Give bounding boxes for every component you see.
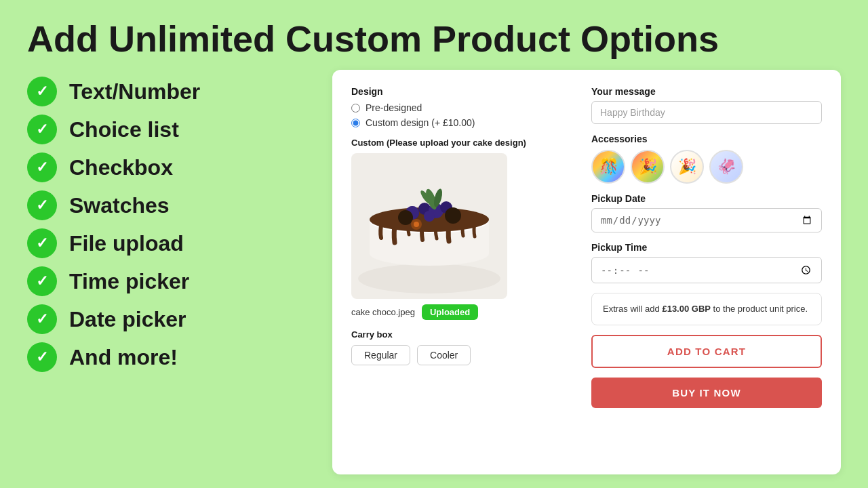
design-radio-group: Pre-designed Custom design (+ £10.00)	[351, 102, 570, 128]
check-icon-date-picker	[27, 304, 57, 334]
feature-label-time-picker: Time picker	[69, 269, 189, 294]
pickup-time-input[interactable]	[591, 257, 822, 283]
uploaded-badge: Uploaded	[422, 304, 478, 320]
file-info: cake choco.jpeg Uploaded	[351, 304, 570, 320]
feature-label-choice-list: Choice list	[69, 117, 179, 142]
pickup-date-section: Pickup Date	[591, 193, 822, 232]
message-section: Your message	[591, 86, 822, 124]
check-icon-checkbox	[27, 152, 57, 182]
extras-suffix: to the product unit price.	[711, 304, 808, 314]
radio-pre-designed[interactable]: Pre-designed	[351, 102, 570, 113]
radio-custom-design[interactable]: Custom design (+ £10.00)	[351, 117, 570, 128]
radio-custom-design-input[interactable]	[351, 119, 360, 127]
feature-list: Text/Number Choice list Checkbox Swatche…	[27, 70, 326, 474]
check-icon-choice-list	[27, 115, 57, 144]
add-to-cart-button[interactable]: ADD TO CART	[591, 335, 822, 368]
feature-label-date-picker: Date picker	[69, 307, 186, 332]
cake-image-container	[351, 153, 507, 299]
file-name: cake choco.jpeg	[351, 307, 415, 317]
check-icon-swatches	[27, 190, 57, 220]
buy-now-button[interactable]: BUY IT NOW	[591, 378, 822, 408]
svg-point-18	[414, 222, 419, 227]
svg-point-13	[445, 207, 461, 224]
product-left: Design Pre-designed Custom design (+ £10…	[351, 86, 570, 458]
feature-item-choice-list: Choice list	[27, 115, 326, 144]
feature-label-text-number: Text/Number	[69, 79, 200, 104]
accessories-label: Accessories	[591, 134, 822, 144]
check-icon-and-more	[27, 342, 57, 372]
upload-section-label: Custom (Please upload your cake design)	[351, 138, 570, 148]
pickup-time-section: Pickup Time	[591, 242, 822, 283]
accessories-row: 🎊 🎉 🎉 🦑	[591, 150, 822, 184]
carry-box-options: Regular Cooler	[351, 345, 570, 365]
message-label: Your message	[591, 86, 822, 97]
feature-item-date-picker: Date picker	[27, 304, 326, 334]
pickup-date-label: Pickup Date	[591, 193, 822, 204]
extras-text: Extras will add	[603, 304, 662, 314]
feature-label-checkbox: Checkbox	[69, 155, 173, 180]
radio-custom-design-label: Custom design (+ £10.00)	[366, 117, 475, 128]
svg-point-11	[424, 211, 435, 222]
accessory-1[interactable]: 🎊	[591, 150, 625, 184]
feature-item-time-picker: Time picker	[27, 266, 326, 296]
accessories-section: Accessories 🎊 🎉 🎉 🦑	[591, 134, 822, 184]
feature-item-file-upload: File upload	[27, 228, 326, 258]
page-title: Add Unlimited Custom Product Options	[27, 19, 841, 59]
main-content: Text/Number Choice list Checkbox Swatche…	[0, 70, 868, 488]
accessory-4[interactable]: 🦑	[709, 150, 743, 184]
feature-item-and-more: And more!	[27, 342, 326, 372]
accessory-2[interactable]: 🎉	[631, 150, 665, 184]
feature-label-swatches: Swatches	[69, 193, 170, 218]
box-option-cooler[interactable]: Cooler	[417, 345, 471, 365]
feature-label-file-upload: File upload	[69, 231, 184, 256]
product-card: Design Pre-designed Custom design (+ £10…	[332, 70, 841, 474]
pickup-time-label: Pickup Time	[591, 242, 822, 253]
pickup-date-input[interactable]	[591, 208, 822, 232]
radio-pre-designed-label: Pre-designed	[366, 102, 422, 113]
check-icon-file-upload	[27, 228, 57, 258]
svg-point-12	[398, 210, 413, 225]
check-icon-time-picker	[27, 266, 57, 296]
feature-label-and-more: And more!	[69, 345, 178, 370]
accessory-3[interactable]: 🎉	[670, 150, 704, 184]
page-header: Add Unlimited Custom Product Options	[0, 0, 868, 70]
radio-pre-designed-input[interactable]	[351, 104, 360, 113]
check-icon-text-number	[27, 77, 57, 106]
box-option-regular[interactable]: Regular	[351, 345, 410, 365]
extras-amount: £13.00 GBP	[662, 304, 711, 314]
feature-item-checkbox: Checkbox	[27, 152, 326, 182]
extras-box: Extras will add £13.00 GBP to the produc…	[591, 293, 822, 325]
design-label: Design	[351, 86, 570, 97]
carry-box-label: Carry box	[351, 329, 570, 340]
feature-item-text-number: Text/Number	[27, 77, 326, 106]
product-right: Your message Accessories 🎊 🎉 🎉 🦑 Pickup …	[591, 86, 822, 458]
feature-item-swatches: Swatches	[27, 190, 326, 220]
svg-point-1	[358, 264, 500, 293]
message-input[interactable]	[591, 101, 822, 124]
